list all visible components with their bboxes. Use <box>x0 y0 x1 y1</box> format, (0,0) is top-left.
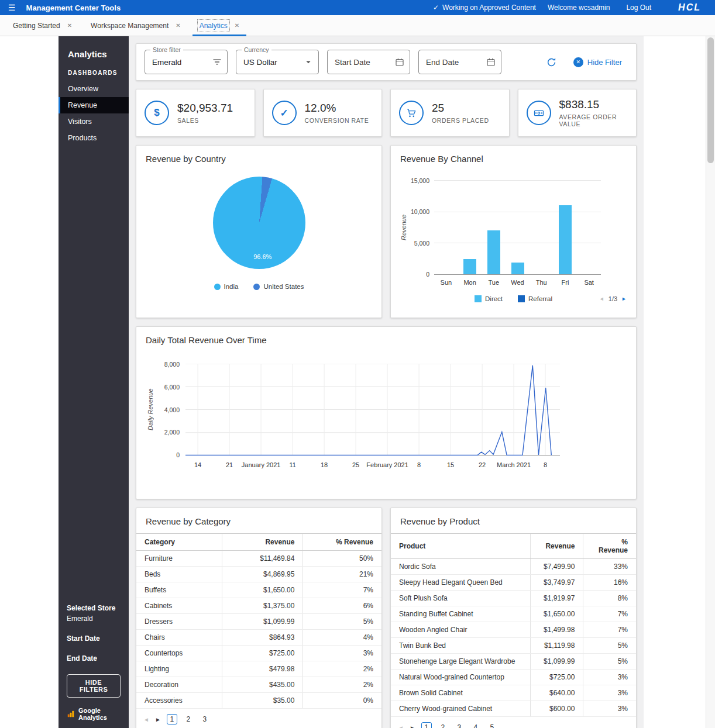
cell-label: Beds <box>136 567 222 582</box>
cell-value: $640.00 <box>531 685 583 701</box>
page-button[interactable]: 1 <box>421 722 432 728</box>
table-title: Revenue by Category <box>136 508 381 534</box>
table-row: Natural Wood-grained Countertop$725.003% <box>391 670 636 685</box>
x-tick-label: March 2021 <box>497 461 531 468</box>
legend-item: Direct <box>475 295 503 302</box>
sidebar-item-products[interactable]: Products <box>59 130 129 146</box>
prev-page-icon[interactable]: ◄ <box>599 296 604 302</box>
pie-legend: IndiaUnited States <box>136 283 381 290</box>
cell-value: 7% <box>583 622 636 638</box>
cell-label: Chairs <box>136 630 222 646</box>
next-page-icon[interactable]: ► <box>621 296 627 302</box>
page-button[interactable]: 3 <box>200 714 210 724</box>
tables-row: Revenue by Category CategoryRevenue% Rev… <box>136 508 637 728</box>
page-button[interactable]: 2 <box>183 714 194 724</box>
chart-title: Revenue By Channel <box>391 146 636 170</box>
x-tick-label: Wed <box>506 279 530 286</box>
kpi-conversion-card: ✓ 12.0% CONVERSION RATE <box>263 89 383 137</box>
page-button[interactable]: 4 <box>470 722 481 728</box>
cell-label: Soft Plush Sofa <box>391 591 531 606</box>
cell-value: 5% <box>583 638 636 654</box>
store-filter-value: Emerald <box>152 58 212 67</box>
cell-value: $1,119.98 <box>531 638 583 654</box>
hide-filter-button[interactable]: ✕ Hide Filter <box>573 57 622 67</box>
prev-page-button[interactable]: ◄ <box>398 724 404 728</box>
cell-value: 5% <box>303 614 381 630</box>
bar-slot <box>434 180 458 274</box>
cell-value: 3% <box>583 685 636 701</box>
close-icon[interactable]: ✕ <box>67 22 72 29</box>
hide-filters-button[interactable]: HIDE FILTERS <box>67 674 121 698</box>
sidebar-section-dashboards: DASHBOARDS <box>59 59 129 81</box>
sidebar-item-visitors[interactable]: Visitors <box>59 113 129 130</box>
kpi-sales-card: $ $20,953.71 SALES <box>136 89 255 137</box>
legend-swatch <box>475 295 482 302</box>
x-tick-label: Sun <box>434 279 458 286</box>
x-tick-label: January 2021 <box>242 461 281 468</box>
cell-value: 2% <box>303 677 381 693</box>
right-gutter <box>644 36 706 728</box>
close-icon[interactable]: ✕ <box>235 22 239 29</box>
currency-select[interactable]: Currency US Dollar <box>236 50 319 74</box>
calendar-icon[interactable] <box>486 57 496 67</box>
prev-page-button[interactable]: ◄ <box>143 716 149 723</box>
kpi-label: SALES <box>177 117 233 124</box>
hamburger-menu-icon[interactable]: ☰ <box>8 4 16 12</box>
page-button[interactable]: 5 <box>487 722 497 728</box>
column-header: % Revenue <box>583 534 636 559</box>
y-tick-label: 6,000 <box>155 384 180 391</box>
google-analytics-icon <box>67 710 75 718</box>
bar-fri <box>559 205 572 274</box>
sidebar-item-overview[interactable]: Overview <box>59 81 129 97</box>
kpi-value: $838.15 <box>559 98 628 111</box>
refresh-icon[interactable] <box>546 57 557 68</box>
x-tick-label: 21 <box>226 461 233 468</box>
x-tick-label: 11 <box>289 461 295 468</box>
column-header: Category <box>136 534 222 551</box>
table-row: Buffets$1,650.007% <box>136 582 381 598</box>
y-axis-title: Daily Revenue <box>146 364 155 456</box>
scrollbar-thumb[interactable] <box>707 37 714 163</box>
next-page-button[interactable]: ► <box>410 724 415 728</box>
tab-getting-started[interactable]: Getting Started ✕ <box>4 15 81 36</box>
page: ☰ Management Center Tools ✓ Working on A… <box>0 0 715 728</box>
category-table: CategoryRevenue% Revenue Furniture$11,46… <box>136 534 381 709</box>
analytics-sidebar: Analytics DASHBOARDS Overview Revenue Vi… <box>59 36 129 728</box>
page-button[interactable]: 2 <box>438 722 448 728</box>
end-date-input[interactable]: End Date <box>418 50 501 74</box>
x-tick-label: 18 <box>321 461 328 468</box>
legend-label: Referral <box>528 295 552 302</box>
bars <box>434 180 601 274</box>
logout-link[interactable]: Log Out <box>626 4 651 12</box>
table-row: Twin Bunk Bed$1,119.985% <box>391 638 636 654</box>
cell-value: $435.00 <box>222 677 303 693</box>
table-row: Countertops$725.003% <box>136 646 381 661</box>
cell-label: Cabinets <box>136 598 222 614</box>
tab-analytics[interactable]: Analytics ✕ <box>190 15 249 36</box>
x-tick-label: February 2021 <box>366 461 408 468</box>
column-header: Revenue <box>222 534 303 551</box>
cell-value: $725.00 <box>222 646 303 661</box>
cell-value: 4% <box>303 630 381 646</box>
sidebar-title: Analytics <box>59 36 129 59</box>
column-header: % Revenue <box>303 534 381 551</box>
start-date-label: Start Date <box>67 634 121 643</box>
table-row: Standing Buffet Cabinet$1,650.007% <box>391 606 636 622</box>
sidebar-item-revenue[interactable]: Revenue <box>59 97 129 113</box>
start-date-input[interactable]: Start Date <box>327 50 410 74</box>
y-tick-label: 8,000 <box>155 361 180 368</box>
cell-value: 8% <box>583 591 636 606</box>
page-button[interactable]: 3 <box>454 722 465 728</box>
next-page-button[interactable]: ► <box>155 716 161 723</box>
close-icon[interactable]: ✕ <box>176 22 180 29</box>
store-filter-select[interactable]: Store filter Emerald <box>145 50 228 74</box>
page-button[interactable]: 1 <box>167 714 177 724</box>
calendar-icon[interactable] <box>394 57 405 67</box>
sidebar-filter-summary: Selected Store Emerald Start Date End Da… <box>59 592 129 728</box>
tab-workspace-management[interactable]: Workspace Management ✕ <box>81 15 190 36</box>
vertical-scrollbar[interactable] <box>706 36 715 728</box>
tab-label: Analytics <box>200 22 228 30</box>
table-row: Cherry Wood-grained Cabinet$600.003% <box>391 701 636 717</box>
x-tick-label: Mon <box>458 279 482 286</box>
product-table: ProductRevenue% Revenue Nordic Sofa$7,49… <box>391 534 636 717</box>
